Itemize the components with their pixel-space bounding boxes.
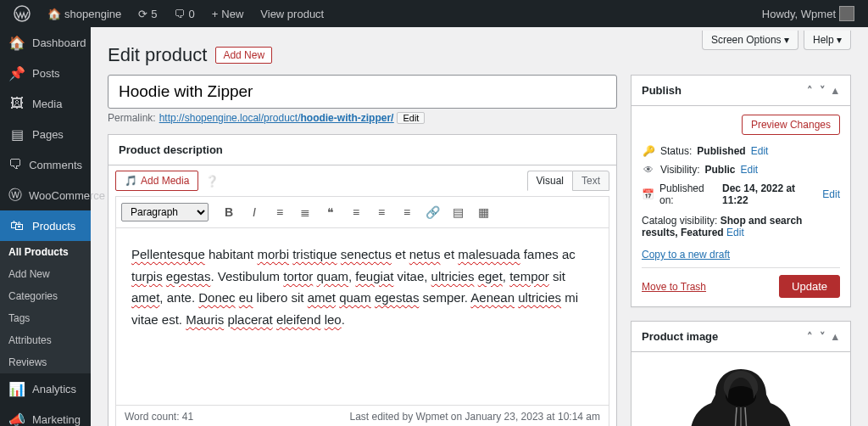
screen-options-button[interactable]: Screen Options ▾ xyxy=(702,31,798,50)
add-new-button[interactable]: Add New xyxy=(215,47,272,64)
avatar xyxy=(839,6,854,21)
product-description-box: Product description 🎵Add Media ❔ Visual … xyxy=(108,134,617,426)
products-icon: 🛍 xyxy=(8,217,25,234)
permalink-label: Permalink: xyxy=(108,112,156,124)
collapse-icon[interactable]: ▴ xyxy=(831,330,840,343)
link-button[interactable]: 🔗 xyxy=(420,200,444,224)
align-right-button[interactable]: ≡ xyxy=(395,200,419,224)
toolbar-toggle-button[interactable]: ▦ xyxy=(471,200,495,224)
updates-count: 5 xyxy=(151,8,157,20)
new-content-link[interactable]: + New xyxy=(205,0,251,27)
plus-icon: + xyxy=(212,8,219,20)
italic-button[interactable]: I xyxy=(242,200,266,224)
dashboard-icon: 🏠 xyxy=(8,34,25,51)
svg-point-1 xyxy=(726,386,756,406)
product-image-heading: Product image xyxy=(642,330,718,343)
admin-toolbar: 🏠 shopengine ⟳ 5 🗨 0 + New View product … xyxy=(0,0,868,27)
calendar-icon: 📅 xyxy=(642,188,654,200)
chevron-up-icon[interactable]: ˄ xyxy=(805,330,815,343)
add-media-button[interactable]: 🎵Add Media xyxy=(115,171,198,191)
sidebar-item-media[interactable]: 🖼Media xyxy=(0,88,91,119)
help-button[interactable]: Help ▾ xyxy=(804,31,851,50)
page-title: Edit product xyxy=(108,44,207,66)
pin-icon: 📌 xyxy=(8,64,25,81)
submenu-all-products[interactable]: All Products xyxy=(0,241,91,263)
edit-status-link[interactable]: Edit xyxy=(751,145,769,157)
submenu-attributes[interactable]: Attributes xyxy=(0,329,91,351)
comments-count: 0 xyxy=(188,8,194,20)
eye-icon: 👁 xyxy=(642,164,655,176)
submenu-add-new[interactable]: Add New xyxy=(0,263,91,285)
number-list-button[interactable]: ≣ xyxy=(293,200,317,224)
last-edited: Last edited by Wpmet on January 23, 2023… xyxy=(349,411,600,423)
align-left-button[interactable]: ≡ xyxy=(344,200,368,224)
help-icon[interactable]: ❔ xyxy=(205,175,219,188)
product-image-box: Product image ˄ ˅ ▴ xyxy=(631,321,851,426)
quote-button[interactable]: ❝ xyxy=(319,200,342,224)
sidebar-item-dashboard[interactable]: 🏠Dashboard xyxy=(0,27,91,58)
product-title-input[interactable] xyxy=(108,75,617,109)
editor-toolbar: Paragraph B I ≡ ≣ ❝ ≡ ≡ ≡ 🔗 ▤ ▦ xyxy=(115,196,609,227)
admin-sidebar: 🏠Dashboard 📌Posts 🖼Media ▤Pages 🗨Comment… xyxy=(0,27,91,426)
howdy-text: Howdy, Wpmet xyxy=(762,8,836,20)
more-button[interactable]: ▤ xyxy=(446,200,470,224)
preview-changes-button[interactable]: Preview Changes xyxy=(742,115,840,135)
analytics-icon: 📊 xyxy=(8,380,25,397)
word-count: Word count: 41 xyxy=(125,411,193,423)
edit-visibility-link[interactable]: Edit xyxy=(740,164,758,176)
visual-tab[interactable]: Visual xyxy=(527,171,572,191)
description-heading: Product description xyxy=(119,143,223,156)
sidebar-item-marketing[interactable]: 📣Marketing xyxy=(0,404,91,426)
products-submenu: All Products Add New Categories Tags Att… xyxy=(0,241,91,373)
chevron-down-icon[interactable]: ˅ xyxy=(818,84,827,97)
edit-date-link[interactable]: Edit xyxy=(822,188,840,200)
sidebar-item-comments[interactable]: 🗨Comments xyxy=(0,149,91,180)
site-name: shopengine xyxy=(64,8,121,20)
new-label: New xyxy=(221,8,243,20)
comments-link[interactable]: 🗨 0 xyxy=(167,0,201,27)
refresh-icon: ⟳ xyxy=(138,8,147,20)
media-icon: 🖼 xyxy=(8,95,25,112)
permalink-row: Permalink: http://shopengine.local/produ… xyxy=(108,112,617,124)
media-icon: 🎵 xyxy=(125,175,137,187)
collapse-icon[interactable]: ▴ xyxy=(831,84,840,97)
permalink-link[interactable]: http://shopengine.local/product/hoodie-w… xyxy=(159,112,394,124)
text-tab[interactable]: Text xyxy=(572,171,609,191)
account-link[interactable]: Howdy, Wpmet xyxy=(755,0,861,27)
content-area: Screen Options ▾ Help ▾ Edit product Add… xyxy=(91,27,868,426)
site-home-link[interactable]: 🏠 shopengine xyxy=(41,0,128,27)
sidebar-item-analytics[interactable]: 📊Analytics xyxy=(0,373,91,404)
updates-link[interactable]: ⟳ 5 xyxy=(131,0,164,27)
edit-catalog-link[interactable]: Edit xyxy=(726,227,744,238)
bullet-list-button[interactable]: ≡ xyxy=(268,200,292,224)
wp-logo[interactable] xyxy=(7,0,37,27)
sidebar-item-posts[interactable]: 📌Posts xyxy=(0,58,91,88)
sidebar-item-pages[interactable]: ▤Pages xyxy=(0,119,91,149)
key-icon: 🔑 xyxy=(642,145,655,157)
submenu-reviews[interactable]: Reviews xyxy=(0,351,91,373)
view-product-link[interactable]: View product xyxy=(253,0,331,27)
marketing-icon: 📣 xyxy=(8,411,25,426)
home-icon: 🏠 xyxy=(47,8,61,20)
sidebar-item-products[interactable]: 🛍Products xyxy=(0,210,91,241)
publish-box: Publish ˄ ˅ ▴ Preview Changes 🔑Status: P… xyxy=(631,75,851,307)
format-select[interactable]: Paragraph xyxy=(121,203,209,221)
align-center-button[interactable]: ≡ xyxy=(370,200,393,224)
chevron-up-icon[interactable]: ˄ xyxy=(805,84,815,97)
publish-heading: Publish xyxy=(642,84,682,97)
product-image-preview[interactable] xyxy=(673,361,809,426)
update-button[interactable]: Update xyxy=(779,275,840,298)
submenu-categories[interactable]: Categories xyxy=(0,285,91,307)
editor-content[interactable]: Pellentesque habitant morbi tristique se… xyxy=(115,227,609,406)
submenu-tags[interactable]: Tags xyxy=(0,307,91,329)
woo-icon: ⓦ xyxy=(8,187,22,204)
chevron-down-icon[interactable]: ˅ xyxy=(818,330,827,343)
comment-icon: 🗨 xyxy=(8,156,22,173)
sidebar-item-woocommerce[interactable]: ⓦWooCommerce xyxy=(0,180,91,210)
page-icon: ▤ xyxy=(8,126,25,143)
bold-button[interactable]: B xyxy=(217,200,241,224)
edit-slug-button[interactable]: Edit xyxy=(397,112,425,124)
move-to-trash-link[interactable]: Move to Trash xyxy=(642,281,706,293)
comment-icon: 🗨 xyxy=(174,8,185,20)
copy-draft-link[interactable]: Copy to a new draft xyxy=(642,249,730,261)
